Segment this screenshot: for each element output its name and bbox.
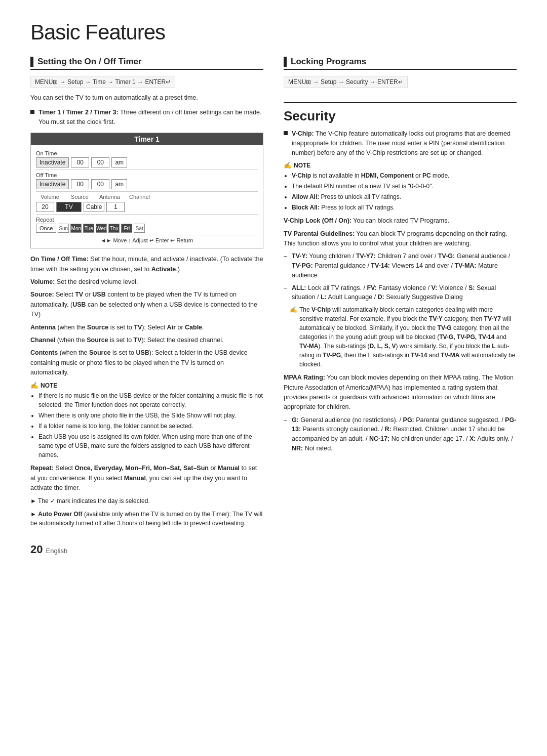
auto-power-text: ► Auto Power Off (available only when th…	[30, 510, 263, 528]
note-item-r1: V-Chip is not available in HDMI, Compone…	[292, 171, 517, 180]
checkmark-text: ► The ✓ mark indicates the day is select…	[30, 496, 263, 506]
day-thu[interactable]: Thu	[108, 224, 120, 233]
antenna-body-text: Antenna (when the Source is set to TV): …	[30, 323, 263, 332]
bullet-icon-right	[284, 131, 288, 135]
day-mon[interactable]: Mon	[70, 224, 82, 233]
section-bar	[30, 57, 33, 67]
day-wed[interactable]: Wed	[96, 224, 107, 233]
note-block-security: ✍ NOTE V-Chip is not available in HDMI, …	[284, 161, 517, 212]
source-body-text: Source: Select TV or USB content to be p…	[30, 290, 263, 319]
page-number-row: 20 English	[30, 543, 263, 556]
timer-days: Once Sun Mon Tue Wed Thu Fri Sat	[36, 224, 258, 233]
vol-label-row: Volume Source Antenna Channel	[36, 194, 258, 200]
repeat-body-text: Repeat: Select Once, Everyday, Mon–Fri, …	[30, 464, 263, 493]
vchip-auto-block: ✍ The V-Chip will automatically block ce…	[284, 305, 517, 369]
note-item-1: If there is no music file on the USB dev…	[38, 391, 263, 409]
note-block-timer: ✍ NOTE If there is no music file on the …	[30, 382, 263, 459]
note-item-r3: Allow All: Press to unlock all TV rating…	[292, 192, 517, 201]
off-time-label: Off Time	[36, 172, 258, 178]
antenna-val[interactable]: Cable	[84, 202, 104, 212]
left-column: Setting the On / Off Timer MENU⊞ → Setup…	[30, 57, 263, 556]
volume-label: Volume	[36, 194, 64, 200]
on-off-time-text: On Time / Off Time: Set the hour, minute…	[30, 255, 263, 274]
note-item-2: When there is only one photo file in the…	[38, 411, 263, 420]
note-label-right: NOTE	[294, 162, 310, 169]
on-time-label: On Time	[36, 150, 258, 156]
note-list: If there is no music file on the USB dev…	[30, 391, 263, 459]
intro-text: You can set the TV to turn on automatica…	[30, 93, 263, 103]
mpaa-ratings: – G: General audience (no restrictions).…	[284, 415, 517, 453]
volume-body-text: Volume: Set the desired volume level.	[30, 277, 263, 287]
on-time-hour[interactable]: 00	[71, 157, 89, 167]
timer-bullet: Timer 1 / Timer 2 / Timer 3: Three diffe…	[30, 108, 263, 127]
vchip-lock-text: V-Chip Lock (Off / On): You can block ra…	[284, 216, 517, 226]
timer-inner: On Time Inactivate 00 00 am Off Time Ina…	[31, 145, 263, 248]
on-time-cells: Inactivate 00 00 am	[36, 157, 258, 167]
channel-body-text: Channel (when the Source is set to TV): …	[30, 335, 263, 345]
tv-parental-text: TV Parental Guidelines: You can block TV…	[284, 229, 517, 249]
repeat-val[interactable]: Once	[36, 224, 56, 233]
tv-ratings-1: – TV-Y: Young children / TV-Y7: Children…	[284, 251, 517, 280]
on-time-min[interactable]: 00	[91, 157, 109, 167]
section-header-timer: Setting the On / Off Timer	[30, 57, 263, 70]
on-time-state[interactable]: Inactivate	[36, 157, 69, 167]
note-item-r4: Block All: Press to lock all TV ratings.	[292, 203, 517, 212]
source-label: Source	[66, 194, 94, 200]
day-sat[interactable]: Sat	[134, 224, 145, 233]
page-number: 20	[30, 543, 43, 556]
note-list-right: V-Chip is not available in HDMI, Compone…	[284, 171, 517, 212]
off-time-min[interactable]: 00	[91, 179, 109, 189]
section-header-locking: Locking Programs	[284, 57, 517, 70]
section-title-timer: Setting the On / Off Timer	[37, 57, 142, 67]
note-label: NOTE	[41, 382, 57, 389]
section-title-locking: Locking Programs	[291, 57, 366, 67]
contents-body-text: Contents (when the Source is set to USB)…	[30, 348, 263, 377]
page-lang: English	[46, 547, 67, 555]
off-time-state[interactable]: Inactivate	[36, 179, 69, 189]
vchip-text: V-Chip: The V-Chip feature automatically…	[292, 129, 517, 157]
off-time-ampm[interactable]: am	[111, 179, 127, 189]
on-time-ampm[interactable]: am	[111, 157, 127, 167]
day-tue[interactable]: Tue	[83, 224, 94, 233]
note-item-3: If a folder name is too long, the folder…	[38, 422, 263, 431]
repeat-label: Repeat	[36, 217, 258, 223]
day-fri[interactable]: Fri	[121, 224, 132, 233]
vol-val-row: 20 TV Cable 1	[36, 202, 258, 212]
source-val[interactable]: TV	[56, 202, 82, 212]
menu-path-security: MENU⊞ → Setup → Security → ENTER↵	[284, 76, 408, 88]
menu-path-timer: MENU⊞ → Setup → Time → Timer 1 → ENTER↵	[30, 76, 175, 88]
off-time-cells: Inactivate 00 00 am	[36, 179, 258, 189]
repeat-row: Repeat Once Sun Mon Tue Wed Thu Fri Sat	[36, 217, 258, 233]
timer-nav: ◄► Move ↕ Adjust ↵ Enter ↩ Return	[36, 235, 258, 244]
note-header: ✍ NOTE	[30, 382, 263, 389]
timer-bullet-text: Timer 1 / Timer 2 / Timer 3: Three diffe…	[38, 108, 263, 127]
antenna-label: Antenna	[96, 194, 124, 200]
note-icon: ✍	[30, 382, 38, 389]
note-item-r2: The default PIN number of a new TV set i…	[292, 182, 517, 191]
note-header-right: ✍ NOTE	[284, 161, 517, 169]
right-column: Locking Programs MENU⊞ → Setup → Securit…	[284, 57, 517, 556]
note-icon-right: ✍	[284, 161, 292, 169]
day-sun[interactable]: Sun	[58, 224, 69, 233]
security-title: Security	[284, 102, 517, 124]
vchip-bullet: V-Chip: The V-Chip feature automatically…	[284, 129, 517, 157]
tv-ratings-2: – ALL: Lock all TV ratings. / FV: Fantas…	[284, 283, 517, 303]
page-title: Basic Features	[30, 20, 517, 45]
volume-val[interactable]: 20	[36, 202, 54, 212]
timer-title: Timer 1	[31, 133, 263, 145]
section-bar-right	[284, 57, 287, 67]
note-item-4: Each USB you use is assigned its own fol…	[38, 432, 263, 459]
channel-val[interactable]: 1	[106, 202, 125, 212]
mpaa-text: MPAA Rating: You can block movies depend…	[284, 373, 517, 412]
off-time-hour[interactable]: 00	[71, 179, 89, 189]
bullet-icon	[30, 110, 34, 114]
channel-label: Channel	[126, 194, 153, 200]
timer-box: Timer 1 On Time Inactivate 00 00 am Off …	[30, 133, 263, 248]
